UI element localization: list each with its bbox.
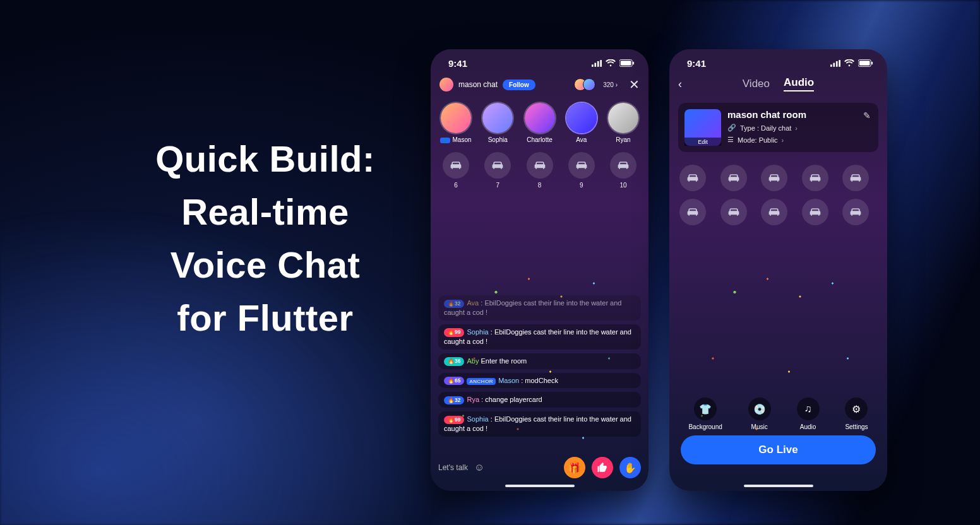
level-badge: 🔥32 xyxy=(444,396,464,404)
seat-name: Charlotte xyxy=(527,136,553,143)
audio-icon: ♫ xyxy=(797,398,820,420)
seat-slot[interactable] xyxy=(720,199,747,225)
status-time: 9:41 xyxy=(687,58,706,69)
viewer-count[interactable]: 320 › xyxy=(603,81,618,88)
seat-row-empty: 678910 xyxy=(431,143,648,189)
tool-row: 👕Background💿Music♫Audio⚙Settings xyxy=(669,398,887,430)
chevron-right-icon: › xyxy=(795,124,798,132)
chat-nick: Mason xyxy=(498,377,519,384)
svg-rect-10 xyxy=(839,60,840,67)
seat-slot[interactable] xyxy=(720,165,747,191)
chat-message: 🔥32Rya : change playercard xyxy=(438,392,641,408)
avatar xyxy=(441,103,471,133)
seat-name: Ryan xyxy=(616,136,630,143)
room-type-label: Type : Daily chat xyxy=(740,124,791,132)
tool-music[interactable]: 💿Music xyxy=(748,398,771,430)
seat-slot[interactable] xyxy=(802,199,828,225)
seat-slot[interactable] xyxy=(842,165,869,191)
tab-video[interactable]: Video xyxy=(743,78,770,90)
avatar xyxy=(608,103,638,133)
emoji-icon[interactable]: ☺ xyxy=(474,462,484,473)
status-icons xyxy=(592,59,635,69)
status-time: 9:41 xyxy=(448,58,467,69)
settings-icon: ⚙ xyxy=(845,398,868,420)
headline: Quick Build: Real-time Voice Chat for Fl… xyxy=(101,133,429,345)
seat-user[interactable]: Sophia xyxy=(479,103,517,143)
svg-rect-13 xyxy=(871,61,873,64)
seat-empty[interactable]: 9 xyxy=(563,152,601,189)
seat-number: 10 xyxy=(619,182,626,189)
go-live-button[interactable]: Go Live xyxy=(681,435,876,464)
seat-slot[interactable] xyxy=(802,165,828,191)
chat-feed: 🔥32Ava : EbilDoggies cast their line int… xyxy=(438,295,641,437)
chat-nick: Ava xyxy=(467,299,479,307)
like-button[interactable] xyxy=(592,457,613,478)
bottom-bar: Let's talk ☺ 🎁 ✋ xyxy=(438,457,641,478)
seat-user[interactable]: Ava xyxy=(563,103,601,143)
sofa-icon xyxy=(443,152,469,179)
room-name: mason chat xyxy=(458,80,498,89)
seat-name: 👤Mason xyxy=(440,136,471,143)
tool-audio[interactable]: ♫Audio xyxy=(797,398,820,430)
signal-icon xyxy=(592,59,602,69)
seat-user[interactable]: Charlotte xyxy=(521,103,559,143)
chat-message: 🔥32Ava : EbilDoggies cast their line int… xyxy=(438,295,641,321)
raise-hand-button[interactable]: ✋ xyxy=(619,457,641,478)
seat-number: 8 xyxy=(538,182,542,189)
chat-nick: Rya xyxy=(467,396,479,403)
sofa-icon xyxy=(527,152,553,179)
seat-empty[interactable]: 6 xyxy=(437,152,475,189)
tool-background[interactable]: 👕Background xyxy=(688,398,722,430)
chevron-right-icon: › xyxy=(782,136,784,144)
background-icon: 👕 xyxy=(694,398,717,420)
svg-rect-9 xyxy=(836,61,838,66)
gift-button[interactable]: 🎁 xyxy=(564,457,585,478)
seat-slot[interactable] xyxy=(761,199,787,225)
anchor-badge: ANCHOR xyxy=(467,378,496,385)
chat-nick: Aby xyxy=(467,357,479,365)
back-icon[interactable]: ‹ xyxy=(678,78,682,91)
seat-user[interactable]: 👤Mason xyxy=(437,103,475,143)
tool-label: Audio xyxy=(800,423,816,430)
signal-icon xyxy=(830,59,840,69)
seat-user[interactable]: Ryan xyxy=(604,103,642,143)
svg-rect-1 xyxy=(594,62,596,66)
chat-message: 🔥99Sophia : EbilDoggies cast their line … xyxy=(438,324,641,350)
level-badge: 🔥99 xyxy=(444,416,464,424)
seat-slot[interactable] xyxy=(761,165,787,191)
tool-settings[interactable]: ⚙Settings xyxy=(845,398,868,430)
svg-rect-8 xyxy=(833,62,835,66)
chat-text: : change playercard xyxy=(479,396,542,403)
promo-stage: Quick Build: Real-time Voice Chat for Fl… xyxy=(0,0,980,525)
tab-audio[interactable]: Audio xyxy=(784,76,814,91)
seat-slot[interactable] xyxy=(679,199,706,225)
seat-number: 6 xyxy=(454,182,458,189)
room-title[interactable]: mason chat room xyxy=(727,109,872,120)
room-mode-row[interactable]: ☰ Mode: Public › xyxy=(727,136,872,144)
seat-empty[interactable]: 8 xyxy=(521,152,559,189)
phone-live-room: 9:41 mason chat Follow 320 › xyxy=(431,49,648,491)
sofa-icon xyxy=(610,152,636,179)
edit-icon[interactable]: ✎ xyxy=(863,110,871,121)
seat-slot[interactable] xyxy=(679,165,706,191)
host-avatar[interactable] xyxy=(439,78,453,91)
viewer-avatars[interactable] xyxy=(578,78,595,91)
svg-rect-3 xyxy=(600,60,602,67)
chat-text: : modCheck xyxy=(519,377,558,384)
seat-empty[interactable]: 10 xyxy=(604,152,642,189)
close-icon[interactable]: ✕ xyxy=(629,78,640,91)
status-bar: 9:41 xyxy=(431,49,648,73)
seat-name: Sophia xyxy=(488,136,508,143)
music-icon: 💿 xyxy=(748,398,771,420)
cover-thumb[interactable]: Edit xyxy=(684,109,721,146)
svg-rect-12 xyxy=(859,61,870,65)
chat-message: 🔥36Aby Enter the room xyxy=(438,353,641,369)
follow-button[interactable]: Follow xyxy=(503,80,535,90)
battery-icon xyxy=(858,59,873,69)
message-input[interactable]: Let's talk ☺ xyxy=(438,462,484,473)
room-type-row[interactable]: 🔗 Type : Daily chat › xyxy=(727,124,872,132)
seat-grid xyxy=(669,158,887,232)
seat-slot[interactable] xyxy=(842,199,869,225)
seat-empty[interactable]: 7 xyxy=(479,152,517,189)
svg-rect-0 xyxy=(592,64,594,67)
